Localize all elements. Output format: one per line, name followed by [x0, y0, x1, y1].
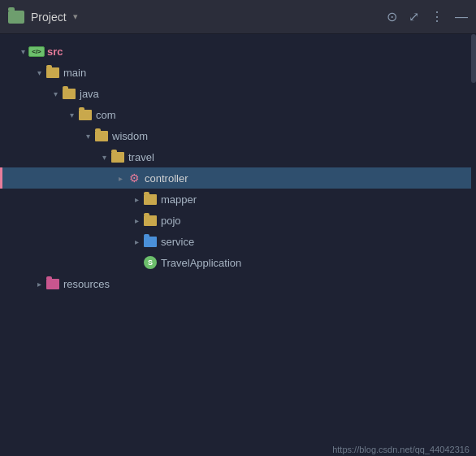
title-left: Project ▾: [8, 11, 78, 24]
travel-label: travel: [128, 151, 154, 163]
project-title: Project: [31, 11, 67, 24]
url-text: https://blog.csdn.net/qq_44042316: [332, 445, 470, 454]
chevron-java: [49, 87, 62, 100]
chevron-controller: [114, 172, 127, 185]
src-label: src: [47, 46, 63, 58]
tree-item-resources[interactable]: resources: [0, 273, 476, 294]
resources-label: resources: [63, 278, 110, 290]
project-tree: </> src main java com wisdom travel ⚙: [0, 34, 476, 456]
scrollbar-thumb[interactable]: [471, 34, 476, 83]
src-icon: </>: [29, 44, 44, 59]
tree-item-src[interactable]: </> src: [0, 41, 476, 62]
folder-wisdom-icon: [94, 128, 109, 143]
menu-icon[interactable]: ⋮: [431, 9, 444, 24]
gear-controller-icon: ⚙: [127, 171, 141, 185]
tree-item-controller[interactable]: ⚙ controller: [0, 167, 476, 189]
folder-service-icon: [143, 234, 158, 249]
title-bar: Project ▾ ⊙ ⤢ ⋮ —: [0, 0, 476, 34]
tree-item-com[interactable]: com: [0, 104, 476, 125]
url-bar: https://blog.csdn.net/qq_44042316: [326, 443, 476, 456]
folder-pojo-icon: [143, 213, 158, 228]
wisdom-label: wisdom: [112, 130, 148, 142]
chevron-mapper: [130, 193, 143, 206]
travel-application-label: TravelApplication: [161, 257, 241, 269]
com-label: com: [96, 109, 116, 121]
chevron-travel: [97, 150, 110, 163]
tree-item-wisdom[interactable]: wisdom: [0, 125, 476, 146]
chevron-pojo: [130, 214, 143, 227]
tree-item-java[interactable]: java: [0, 83, 476, 104]
target-icon[interactable]: ⊙: [387, 9, 397, 24]
tree-item-mapper[interactable]: mapper: [0, 189, 476, 210]
close-icon[interactable]: —: [455, 10, 468, 24]
folder-travel-icon: [110, 150, 125, 164]
title-chevron[interactable]: ▾: [73, 11, 78, 22]
src-badge: </>: [28, 46, 45, 57]
tree-item-service[interactable]: service: [0, 231, 476, 252]
pojo-label: pojo: [161, 215, 181, 227]
java-label: java: [80, 88, 99, 100]
folder-java-icon: [62, 86, 76, 101]
project-folder-icon: [8, 11, 24, 24]
folder-mapper-icon: [143, 192, 158, 206]
spring-icon: S: [143, 255, 158, 270]
mapper-label: mapper: [161, 193, 197, 206]
tree-item-travel-application[interactable]: S TravelApplication: [0, 252, 476, 273]
chevron-wisdom: [81, 129, 94, 142]
main-label: main: [63, 67, 86, 79]
chevron-resources: [32, 277, 45, 290]
scrollbar-track[interactable]: [471, 34, 476, 456]
folder-com-icon: [78, 107, 93, 122]
collapse-icon[interactable]: ⤢: [409, 9, 419, 24]
service-label: service: [161, 236, 194, 248]
tree-item-pojo[interactable]: pojo: [0, 210, 476, 231]
chevron-main: [32, 66, 45, 79]
tree-item-main[interactable]: main: [0, 62, 476, 83]
controller-label: controller: [145, 172, 188, 185]
folder-resources-icon: [45, 276, 60, 291]
chevron-service: [130, 235, 143, 248]
chevron-src: [16, 45, 29, 58]
folder-main-icon: [45, 65, 60, 80]
chevron-com: [65, 108, 78, 121]
title-actions: ⊙ ⤢ ⋮ —: [387, 9, 468, 24]
tree-item-travel[interactable]: travel: [0, 146, 476, 167]
